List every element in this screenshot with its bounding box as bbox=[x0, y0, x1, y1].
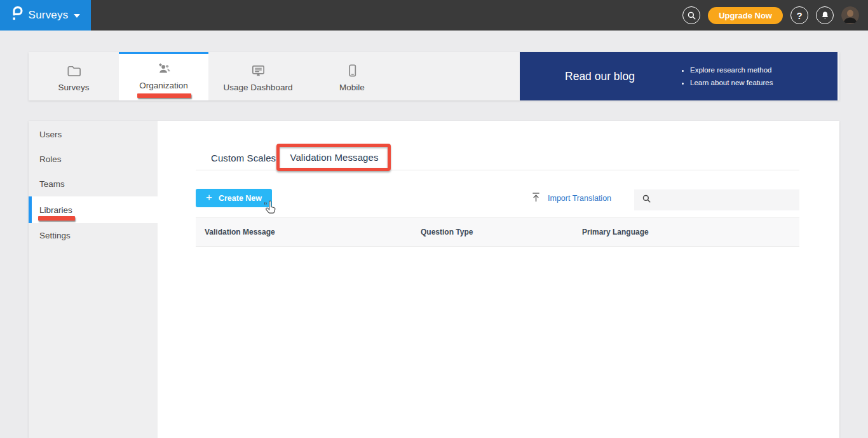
chevron-down-icon bbox=[74, 14, 80, 18]
nav-tab-label: Surveys bbox=[58, 83, 90, 92]
organization-icon bbox=[156, 61, 172, 76]
sidebar-item-label: Settings bbox=[39, 231, 71, 240]
column-header-primary-language: Primary Language bbox=[582, 228, 649, 236]
bell-icon bbox=[820, 11, 830, 20]
search-button[interactable] bbox=[682, 6, 700, 24]
blog-bullet-list: Explore research method Learn about new … bbox=[680, 66, 773, 86]
table-search bbox=[634, 189, 799, 210]
help-button[interactable]: ? bbox=[790, 6, 808, 24]
tab-validation-messages[interactable]: Validation Messages bbox=[289, 146, 379, 170]
blog-banner[interactable]: Read our blog Explore research method Le… bbox=[520, 52, 837, 100]
avatar[interactable] bbox=[841, 6, 859, 24]
question-mark-icon: ? bbox=[796, 11, 802, 20]
topbar: Surveys Upgrade Now ? bbox=[0, 0, 868, 31]
topbar-actions: Upgrade Now ? bbox=[682, 6, 868, 24]
tabs-divider bbox=[196, 170, 799, 170]
table-search-input[interactable] bbox=[656, 189, 799, 210]
notifications-button[interactable] bbox=[816, 6, 834, 24]
blog-title: Read our blog bbox=[520, 70, 680, 83]
user-photo bbox=[841, 15, 859, 24]
sidebar-item-roles[interactable]: Roles bbox=[29, 147, 158, 172]
upload-icon bbox=[531, 192, 541, 205]
sidebar-item-label: Users bbox=[39, 130, 62, 139]
nav-tab-mobile[interactable]: Mobile bbox=[308, 52, 397, 100]
product-name: Surveys bbox=[29, 9, 69, 22]
table-header: Validation Message Question Type Primary… bbox=[196, 217, 799, 247]
nav-tab-label: Organization bbox=[139, 81, 188, 90]
annotation-underline-organization bbox=[137, 93, 191, 98]
column-header-validation-message: Validation Message bbox=[205, 228, 421, 236]
sidebar-item-label: Roles bbox=[39, 154, 62, 164]
content-card: Users Roles Teams Libraries Settings Cus… bbox=[29, 121, 839, 438]
import-translation-label: Import Translation bbox=[548, 194, 611, 203]
column-header-question-type: Question Type bbox=[421, 228, 582, 236]
folder-icon bbox=[66, 63, 82, 78]
search-icon bbox=[687, 11, 696, 20]
nav-tab-label: Usage Dashboard bbox=[224, 83, 293, 92]
product-switcher[interactable]: Surveys bbox=[0, 0, 91, 31]
tab-custom-scales[interactable]: Custom Scales bbox=[211, 146, 276, 170]
questionpro-logo-icon bbox=[11, 6, 23, 25]
sidebar-item-users[interactable]: Users bbox=[29, 122, 158, 147]
blog-bullet: Learn about new features bbox=[690, 79, 773, 86]
create-new-label: Create New bbox=[219, 194, 262, 203]
plus-icon: + bbox=[206, 192, 212, 203]
module-nav: Surveys Organization bbox=[29, 52, 839, 100]
dashboard-icon bbox=[250, 63, 266, 78]
nav-tab-surveys[interactable]: Surveys bbox=[29, 52, 119, 100]
annotation-underline-libraries bbox=[38, 216, 75, 221]
import-translation-link[interactable]: Import Translation bbox=[531, 192, 611, 205]
nav-tab-label: Mobile bbox=[339, 83, 365, 92]
sidebar-item-label: Libraries bbox=[39, 205, 72, 215]
blog-bullet: Explore research method bbox=[690, 66, 773, 74]
mobile-icon bbox=[344, 63, 360, 78]
nav-tab-usage-dashboard[interactable]: Usage Dashboard bbox=[208, 52, 308, 100]
sidebar-item-label: Teams bbox=[39, 179, 65, 189]
sidebar-item-teams[interactable]: Teams bbox=[29, 172, 158, 196]
sidebar-item-settings[interactable]: Settings bbox=[29, 223, 158, 248]
sidebar: Users Roles Teams Libraries Settings bbox=[29, 121, 158, 438]
create-new-button[interactable]: + Create New bbox=[196, 189, 272, 207]
search-icon bbox=[642, 194, 651, 206]
upgrade-button[interactable]: Upgrade Now bbox=[708, 7, 783, 24]
